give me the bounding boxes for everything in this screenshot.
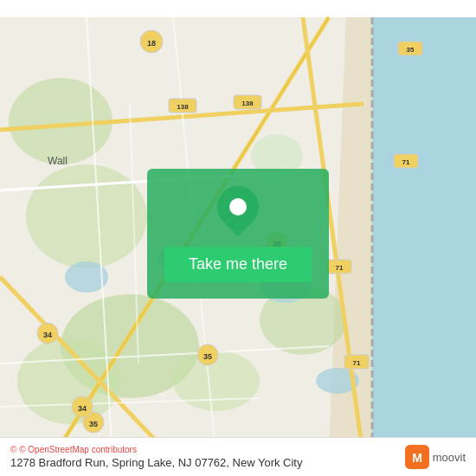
bottom-bar: © © OpenStreetMap contributors 1278 Brad… [0,437,476,476]
address-text: 1278 Bradford Run, Spring Lake, NJ 07762… [10,456,302,469]
osm-credit: © © OpenStreetMap contributors [10,445,302,454]
svg-text:35: 35 [407,46,415,54]
osm-credit-text: © OpenStreetMap contributors [19,445,137,454]
svg-text:18: 18 [147,39,156,48]
svg-text:138: 138 [241,100,254,107]
svg-point-5 [26,164,147,268]
copyright-symbol: © [10,445,16,454]
map-pin [217,186,259,228]
moovit-logo[interactable]: M moovit [405,445,466,469]
svg-text:34: 34 [78,404,87,413]
svg-text:35: 35 [89,420,98,428]
pin-inner [229,198,247,215]
svg-text:34: 34 [43,331,52,339]
moovit-icon: M [405,445,429,469]
svg-text:138: 138 [177,103,189,111]
bottom-left: © © OpenStreetMap contributors 1278 Brad… [10,445,302,469]
svg-text:71: 71 [402,158,410,166]
svg-text:M: M [412,451,422,465]
pin-outer [209,177,267,236]
svg-text:71: 71 [353,359,361,367]
svg-text:35: 35 [203,352,212,361]
moovit-text: moovit [433,451,466,464]
svg-text:Wall: Wall [48,155,68,167]
svg-text:71: 71 [336,264,344,272]
map-container: 18 35 35 35 138 138 34 34 71 71 71 35 Wa… [0,0,476,476]
take-me-there-button[interactable]: Take me there [164,247,312,282]
